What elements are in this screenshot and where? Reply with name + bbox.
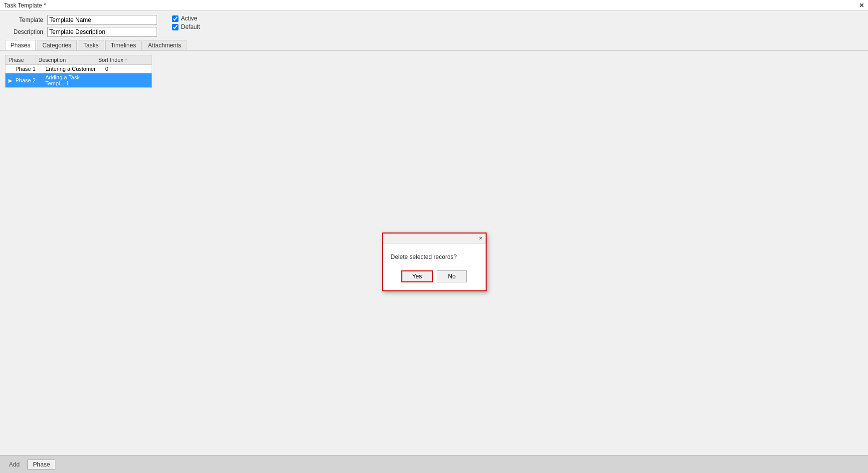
window-close-button[interactable]: ✕ xyxy=(859,2,864,9)
template-label: Template xyxy=(6,16,43,23)
active-checkbox[interactable] xyxy=(172,15,178,22)
content-area: Phase Description Sort Index ↑ Phase 1 E… xyxy=(0,51,868,473)
modal-body: Delete selected records? Yes No xyxy=(383,243,486,290)
description-label: Description xyxy=(6,28,43,35)
template-input[interactable] xyxy=(47,15,157,25)
tab-bar: Phases Categories Tasks Timelines Attach… xyxy=(0,37,868,51)
tab-attachments[interactable]: Attachments xyxy=(143,40,187,50)
tab-tasks[interactable]: Tasks xyxy=(78,40,104,50)
default-checkbox-row: Default xyxy=(172,23,200,30)
modal-buttons: Yes No xyxy=(391,270,478,282)
modal-message: Delete selected records? xyxy=(391,253,478,260)
main-window: Task Template * ✕ Template Description A… xyxy=(0,0,868,473)
modal-close-button[interactable]: ✕ xyxy=(479,236,483,241)
delete-confirm-dialog: ✕ Delete selected records? Yes No xyxy=(382,233,487,291)
no-button[interactable]: No xyxy=(437,270,467,282)
checkbox-area: Active Default xyxy=(172,15,200,37)
form-fields: Template Description xyxy=(6,15,157,37)
description-row: Description xyxy=(6,27,157,37)
modal-title-bar: ✕ xyxy=(383,234,486,243)
tab-timelines[interactable]: Timelines xyxy=(105,40,142,50)
yes-button[interactable]: Yes xyxy=(401,270,433,282)
window-title: Task Template * xyxy=(4,2,46,9)
active-label: Active xyxy=(181,15,197,22)
active-checkbox-row: Active xyxy=(172,15,200,22)
tab-categories[interactable]: Categories xyxy=(37,40,77,50)
description-input[interactable] xyxy=(47,27,157,37)
tab-phases[interactable]: Phases xyxy=(5,40,36,50)
default-label: Default xyxy=(181,23,200,30)
template-row: Template xyxy=(6,15,157,25)
default-checkbox[interactable] xyxy=(172,24,178,30)
top-section: Template Description Active Default xyxy=(0,11,868,37)
title-bar: Task Template * ✕ xyxy=(0,0,868,11)
modal-overlay: ✕ Delete selected records? Yes No xyxy=(0,51,868,473)
